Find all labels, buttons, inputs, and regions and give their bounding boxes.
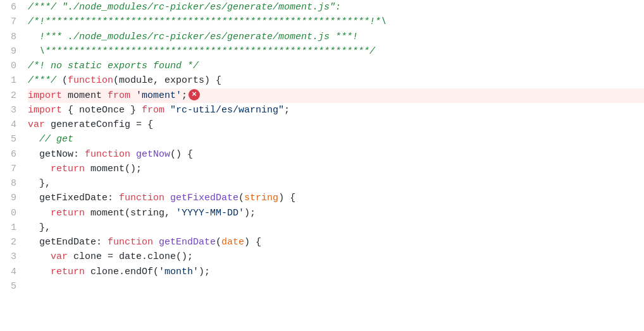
code-token: () { [170, 149, 193, 160]
code-line: return clone.endOf('month'); [28, 265, 644, 279]
code-token: generateConfig = { [45, 119, 153, 130]
code-token: 'YYYY-MM-DD' [176, 208, 244, 219]
code-token: /***/ [28, 75, 62, 86]
code-editor: 67890123456789012345 /***/ "./node_modul… [0, 0, 644, 331]
code-line: }, [28, 220, 644, 235]
code-token: ( [216, 237, 221, 248]
code-token: from [142, 105, 164, 116]
code-token [153, 237, 159, 248]
code-token: function [85, 149, 130, 160]
code-token: 'moment' [136, 90, 182, 101]
line-number: 9 [4, 44, 16, 59]
line-number: 5 [4, 132, 16, 147]
code-token: /***/ [28, 2, 62, 13]
code-line: import { noteOnce } from "rc-util/es/war… [28, 103, 644, 117]
code-token: getEndDate: [28, 237, 108, 248]
code-line: /*! no static exports found */ [28, 59, 644, 73]
code-token: /*!*************************************… [28, 16, 387, 27]
line-numbers: 67890123456789012345 [0, 0, 23, 331]
code-token: clone.endOf( [85, 267, 159, 277]
code-token: moment [62, 90, 108, 101]
code-token: getEndDate [159, 237, 216, 248]
code-token: from [108, 90, 130, 101]
code-line: return moment(string, 'YYYY-MM-DD'); [28, 206, 644, 220]
line-number: 8 [4, 30, 16, 44]
error-icon: × [189, 89, 200, 100]
code-line: /***/ (function(module, exports) { [28, 73, 644, 88]
line-number: 5 [4, 279, 16, 294]
code-token: }, [28, 222, 51, 233]
code-token: { noteOnce } [62, 105, 142, 116]
code-token [130, 149, 136, 160]
line-number: 9 [4, 191, 16, 205]
code-token [28, 208, 51, 219]
code-token: "rc-util/es/warning" [170, 105, 284, 116]
code-line: \***************************************… [28, 44, 644, 59]
code-token: function [68, 75, 113, 86]
code-line: var generateConfig = { [28, 117, 644, 132]
code-token: return [51, 267, 85, 277]
code-line: getNow: function getNow() { [28, 147, 644, 162]
code-token [28, 251, 51, 262]
code-token: date [221, 237, 244, 248]
code-token: getFixedDate: [28, 193, 119, 203]
code-line: /*!*************************************… [28, 15, 644, 29]
code-token: function [108, 237, 153, 248]
code-token: 'month' [159, 267, 199, 277]
line-number: 4 [4, 265, 16, 279]
code-line: }, [28, 176, 644, 191]
code-token: getNow [136, 149, 170, 160]
code-token: ) { [278, 193, 295, 203]
line-number: 6 [4, 0, 16, 15]
line-number: 4 [4, 117, 16, 132]
code-lines: /***/ "./node_modules/rc-picker/es/gener… [23, 0, 644, 331]
code-token: return [51, 164, 85, 174]
code-token: , [153, 75, 164, 86]
code-token: "./node_modules/rc-picker/es/generate/mo… [62, 2, 341, 13]
code-token [164, 105, 170, 116]
code-token: clone = date.clone(); [68, 251, 193, 262]
line-number: 0 [4, 206, 16, 220]
code-token: // get [39, 134, 73, 145]
code-token: exports [164, 75, 204, 86]
code-token: import [28, 90, 62, 101]
code-token [28, 164, 51, 174]
code-line: // get [28, 132, 644, 147]
line-number: 1 [4, 73, 16, 88]
line-number: 3 [4, 250, 16, 264]
code-token: /*! no static exports found */ [28, 61, 199, 71]
code-line: return moment(); [28, 162, 644, 176]
code-token: ( [113, 75, 119, 86]
code-line: import moment from 'moment';× [28, 88, 644, 103]
code-token [28, 134, 39, 145]
line-number: 7 [4, 15, 16, 29]
code-line: getEndDate: function getEndDate(date) { [28, 235, 644, 250]
code-line: var clone = date.clone(); [28, 250, 644, 264]
code-token: var [28, 119, 45, 130]
code-token: ; [284, 105, 290, 116]
code-token: ; [182, 90, 187, 101]
code-token: ); [199, 267, 210, 277]
code-token: getNow: [28, 149, 85, 160]
code-line: getFixedDate: function getFixedDate(stri… [28, 191, 644, 205]
code-token: import [28, 105, 62, 116]
code-token: string [244, 193, 278, 203]
code-token: ( [62, 75, 68, 86]
line-number: 8 [4, 176, 16, 191]
line-number: 1 [4, 220, 16, 235]
code-line: /***/ "./node_modules/rc-picker/es/gener… [28, 0, 644, 15]
code-token: ( [238, 193, 244, 203]
code-token: \***************************************… [28, 46, 375, 57]
line-number: 0 [4, 59, 16, 73]
code-token [130, 90, 136, 101]
code-token: getFixedDate [170, 193, 238, 203]
line-number: 6 [4, 147, 16, 162]
code-token: ); [244, 208, 256, 219]
code-token: var [51, 251, 68, 262]
code-token: !*** ./node_modules/rc-picker/es/generat… [28, 32, 358, 42]
code-token [28, 267, 51, 277]
code-token: return [51, 208, 85, 219]
code-token: module [119, 75, 153, 86]
line-number: 2 [4, 88, 16, 103]
code-token [164, 193, 170, 203]
